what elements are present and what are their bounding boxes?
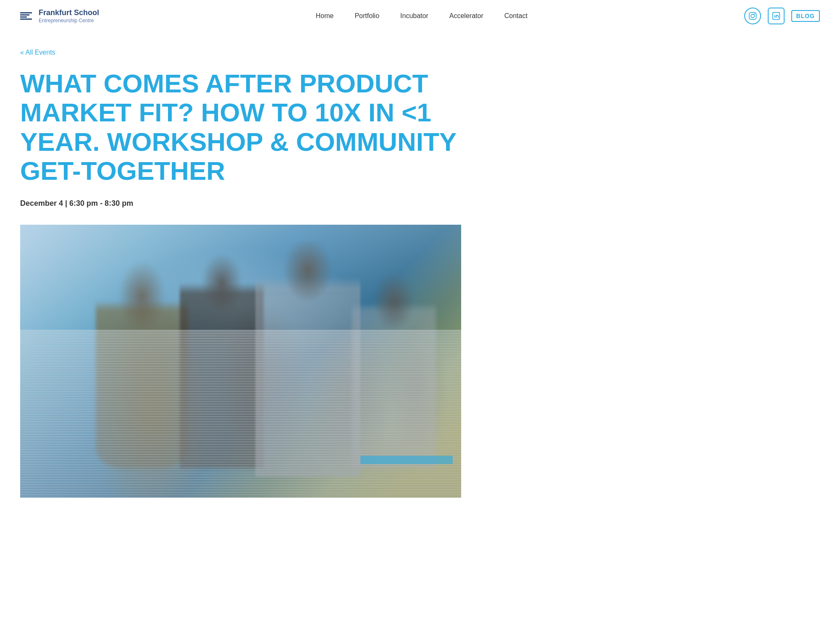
main-content: « All Events WHAT COMES AFTER PRODUCT MA… [0, 32, 546, 498]
event-date: December 4 | 6:30 pm - 8:30 pm [20, 199, 526, 208]
main-nav: Home Portfolio Incubator Accelerator Con… [316, 12, 528, 20]
logo[interactable]: Frankfurt School Entrepreneurship Centre [20, 8, 99, 24]
svg-rect-0 [749, 13, 756, 20]
nav-contact[interactable]: Contact [504, 12, 528, 20]
logo-icon [20, 12, 32, 20]
event-title: WHAT COMES AFTER PRODUCT MARKET FIT? HOW… [20, 69, 461, 186]
logo-subtitle: Entrepreneurship Centre [39, 18, 99, 24]
nav-home[interactable]: Home [316, 12, 334, 20]
svg-point-2 [754, 13, 755, 15]
event-image [20, 225, 461, 498]
instagram-icon[interactable] [744, 8, 761, 24]
nav-incubator[interactable]: Incubator [400, 12, 428, 20]
blue-highlight-bar [360, 456, 453, 464]
svg-point-1 [751, 14, 754, 18]
linkedin-icon[interactable] [768, 8, 785, 24]
scan-lines-overlay [20, 330, 461, 498]
site-header: Frankfurt School Entrepreneurship Centre… [0, 0, 840, 32]
back-to-events-link[interactable]: « All Events [20, 49, 55, 56]
nav-portfolio[interactable]: Portfolio [354, 12, 379, 20]
logo-title: Frankfurt School [39, 8, 99, 18]
blog-badge[interactable]: BLOG [791, 10, 820, 22]
nav-accelerator[interactable]: Accelerator [449, 12, 483, 20]
social-icons-group: BLOG [744, 8, 820, 24]
